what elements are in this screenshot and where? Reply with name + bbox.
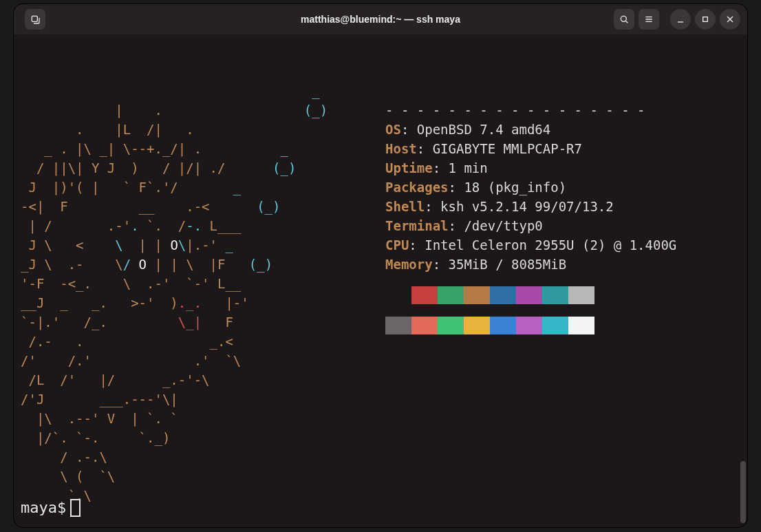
shell-prompt: maya$	[21, 498, 66, 518]
ascii-art: _ | . (_) . |L /| . _ . |\ _| \--+._/| .…	[21, 81, 385, 505]
color-swatch	[516, 317, 542, 334]
value-memory: 35MiB / 8085MiB	[449, 257, 567, 272]
value-uptime: 1 min	[449, 160, 488, 175]
color-swatch	[385, 317, 411, 334]
svg-rect-2	[703, 17, 708, 22]
label-memory: Memory	[385, 257, 433, 272]
value-shell: ksh v5.2.14 99/07/13.2	[440, 199, 614, 214]
color-swatch	[568, 317, 594, 334]
system-info: - - - - - - - - - - - - - - - - - OS: Op…	[385, 81, 676, 505]
color-swatch	[464, 317, 490, 334]
scrollbar-thumb[interactable]	[740, 461, 746, 523]
value-terminal: /dev/ttyp0	[464, 218, 542, 233]
titlebar: matthias@bluemind:~ — ssh maya	[14, 4, 747, 34]
color-palette-row-1	[385, 286, 676, 304]
cursor	[70, 499, 81, 517]
value-host: GIGABYTE MMLPCAP-R7	[433, 141, 582, 156]
label-shell: Shell	[385, 199, 425, 214]
svg-point-1	[621, 16, 626, 21]
color-swatch	[490, 317, 516, 334]
label-os: OS	[385, 122, 401, 137]
label-terminal: Terminal	[385, 218, 449, 233]
svg-rect-0	[32, 16, 37, 21]
info-divider: - - - - - - - - - - - - - - - - -	[385, 103, 645, 118]
terminal-body[interactable]: _ | . (_) . |L /| . _ . |\ _| \--+._/| .…	[14, 34, 747, 527]
color-swatch	[568, 286, 594, 304]
close-button[interactable]	[720, 9, 740, 30]
new-tab-button[interactable]	[25, 9, 45, 30]
color-swatch	[516, 286, 542, 304]
color-swatch	[385, 286, 411, 304]
label-uptime: Uptime	[385, 160, 433, 175]
value-cpu: Intel Celeron 2955U (2) @ 1.400G	[425, 237, 676, 253]
label-host: Host	[385, 141, 417, 156]
label-cpu: CPU	[385, 237, 409, 253]
color-swatch	[490, 286, 516, 304]
terminal-window: matthias@bluemind:~ — ssh maya	[14, 4, 747, 527]
color-swatch	[411, 317, 438, 334]
menu-button[interactable]	[639, 9, 659, 30]
color-palette-row-2	[385, 317, 676, 334]
prompt-line[interactable]: maya$	[21, 498, 81, 518]
color-swatch	[542, 317, 568, 334]
color-swatch	[411, 286, 438, 304]
label-packages: Packages	[385, 180, 449, 195]
value-os: OpenBSD 7.4 amd64	[417, 122, 550, 137]
color-swatch	[542, 286, 568, 304]
maximize-button[interactable]	[695, 9, 716, 30]
color-swatch	[438, 317, 464, 334]
color-swatch	[438, 286, 464, 304]
search-button[interactable]	[614, 9, 634, 30]
minimize-button[interactable]	[670, 9, 691, 30]
value-packages: 18 (pkg_info)	[464, 180, 566, 195]
color-swatch	[464, 286, 490, 304]
